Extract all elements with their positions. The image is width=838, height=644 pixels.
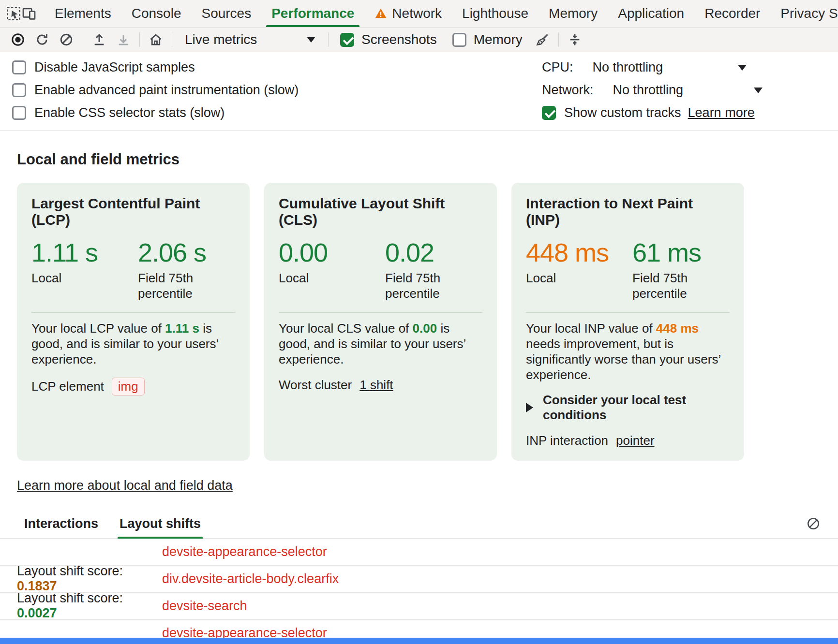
tab-console[interactable]: Console [121,0,192,27]
lcp-card-title: Largest Contentful Paint (LCP) [31,195,235,228]
lcp-card: Largest Contentful Paint (LCP) 1.11 s Lo… [17,183,250,461]
clear-button[interactable] [54,29,78,50]
screenshots-checkbox[interactable]: Screenshots [340,32,437,47]
block-icon [806,516,821,531]
record-and-reload-button[interactable] [30,29,54,50]
inp-description: Your local INP value of 448 ms needs imp… [526,321,730,383]
inp-interaction-link[interactable]: pointer [616,433,655,448]
live-metrics-log: Interactions Layout shifts devsite-appea… [0,514,838,644]
custom-tracks-checkbox[interactable] [542,106,556,120]
inp-field-label: Field 75th percentile [632,270,712,302]
performance-settings: Disable JavaScript samples Enable advanc… [0,52,838,131]
inspect-element-button[interactable] [6,0,21,27]
tab-lighthouse[interactable]: Lighthouse [452,0,539,27]
tab-elements[interactable]: Elements [45,0,121,27]
lcp-element-row: LCP element img [31,378,235,395]
load-profile-button[interactable] [87,29,111,50]
toggle-device-toolbar-button[interactable] [21,0,37,27]
compress-icon [568,32,582,47]
settings-right-column: CPU: No throttling Network: No throttlin… [542,56,838,124]
inp-values: 448 ms Local 61 ms Field 75th percentile [526,239,730,302]
checkbox-unchecked-icon [452,33,466,47]
tab-label: Application [618,6,684,21]
cpu-throttling-select[interactable]: CPU: No throttling [542,56,838,79]
lcp-local-value: 1.11 s [31,239,138,266]
layout-shift-row: Layout shift score: 0.0027 devsite-searc… [0,593,838,620]
tab-network[interactable]: Network [364,0,452,27]
lcp-field-column: 2.06 s Field 75th percentile [138,239,244,302]
live-metrics-home-button[interactable] [144,29,168,50]
log-tabbar: Interactions Layout shifts [0,514,838,539]
tab-memory[interactable]: Memory [539,0,608,27]
cls-shift-link[interactable]: 1 shift [359,378,393,393]
record-button[interactable] [6,29,30,50]
cls-local-label: Local [279,270,385,286]
save-profile-button[interactable] [111,29,135,50]
desc-text: Your local CLS value of [279,321,413,336]
lcp-field-value: 2.06 s [138,239,244,266]
shift-element-link[interactable]: devsite-appearance-selector [162,544,327,559]
view-mode-value: Live metrics [185,32,257,47]
inp-field-value: 61 ms [632,239,739,266]
network-throttling-value: No throttling [613,83,684,98]
tab-interactions[interactable]: Interactions [24,516,98,538]
lcp-local-column: 1.11 s Local [31,239,138,302]
lcp-local-label: Local [31,270,138,286]
record-icon [11,32,25,47]
network-throttling-select[interactable]: Network: No throttling [542,79,838,102]
tab-application[interactable]: Application [608,0,694,27]
tab-privacy-sandbox[interactable]: Privacy Sand [770,0,838,27]
tab-label: Recorder [704,6,760,21]
memory-checkbox[interactable]: Memory [452,32,523,47]
inp-card-title: Interaction to Next Paint (INP) [526,195,730,228]
custom-tracks-label: Show custom tracks [564,105,681,120]
tab-performance[interactable]: Performance [261,0,364,27]
shift-element-link[interactable]: div.devsite-article-body.clearfix [162,571,339,586]
lcp-element-node-link[interactable]: img [112,378,145,395]
css-selector-stats-label: Enable CSS selector stats (slow) [34,105,224,120]
tab-recorder[interactable]: Recorder [694,0,770,27]
tab-sources[interactable]: Sources [191,0,261,27]
screenshots-label: Screenshots [361,32,437,47]
inp-local-conditions-expander[interactable]: Consider your local test conditions [526,393,730,423]
lcp-field-label: Field 75th percentile [138,270,218,302]
lcp-desc-value: 1.11 s [165,321,199,336]
tab-layout-shifts[interactable]: Layout shifts [120,516,201,538]
divider [31,312,235,313]
chevron-down-icon [307,37,315,43]
tab-label: Console [132,6,181,21]
clear-log-button[interactable] [806,516,821,536]
view-mode-select[interactable]: Live metrics [180,32,320,47]
checkbox-unchecked-icon [12,106,26,120]
selection-highlight-bar [0,638,838,644]
tab-label: Performance [271,6,354,21]
desc-text: Your local LCP value of [31,321,165,336]
cls-desc-value: 0.00 [413,321,437,336]
custom-tracks-learn-more-link[interactable]: Learn more [688,105,755,120]
cls-local-value: 0.00 [279,239,385,266]
separator [172,32,172,47]
layout-shift-score: Layout shift score: 0.0027 [17,591,162,621]
network-label: Network: [542,83,594,98]
inp-local-label: Local [526,270,632,286]
collect-garbage-button[interactable] [530,29,554,50]
learn-more-local-field-link[interactable]: Learn more about local and field data [17,478,233,493]
cls-values: 0.00 Local 0.02 Field 75th percentile [279,239,482,302]
memory-label: Memory [474,32,523,47]
shift-element-link[interactable]: devsite-search [162,599,247,614]
cls-field-value: 0.02 [385,239,492,266]
score-label: Layout shift score: [17,591,123,605]
device-toolbar-icon [21,6,37,21]
collapse-shortcuts-button[interactable] [563,29,587,50]
cpu-label: CPU: [542,60,573,75]
devtools-tabbar: Elements Console Sources Performance Net… [0,0,838,28]
cls-description: Your local CLS value of 0.00 is good, an… [279,321,482,367]
tab-label: Privacy Sand [780,6,838,21]
cls-card-title: Cumulative Layout Shift (CLS) [279,195,482,228]
disable-js-samples-label: Disable JavaScript samples [34,60,195,75]
inp-field-column: 61 ms Field 75th percentile [632,239,739,302]
cls-worst-cluster-row: Worst cluster 1 shift [279,378,482,393]
devtools-window: Elements Console Sources Performance Net… [0,0,838,644]
cpu-throttling-value: No throttling [593,60,663,75]
block-icon [59,32,74,47]
